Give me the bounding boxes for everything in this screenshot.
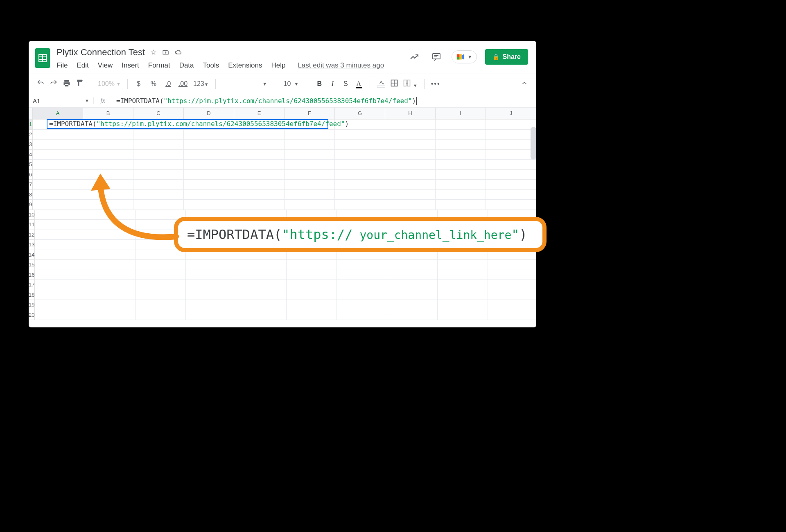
cell[interactable]	[387, 260, 438, 270]
cell[interactable]	[486, 190, 536, 200]
col-header-b[interactable]: B	[83, 108, 133, 119]
cell[interactable]	[287, 260, 337, 270]
cell[interactable]	[35, 210, 85, 220]
menu-view[interactable]: View	[98, 61, 113, 70]
col-header-g[interactable]: G	[335, 108, 385, 119]
row-header[interactable]: 10	[29, 210, 35, 220]
cell[interactable]	[186, 310, 236, 320]
row-header[interactable]: 5	[29, 160, 33, 170]
col-header-d[interactable]: D	[184, 108, 234, 119]
vertical-scrollbar[interactable]	[531, 127, 536, 160]
zoom-select[interactable]: 100%▼	[98, 80, 121, 88]
menu-help[interactable]: Help	[271, 61, 285, 70]
cell[interactable]	[488, 270, 536, 280]
merge-cells-button[interactable]: ▼	[403, 79, 417, 89]
cell[interactable]	[236, 290, 287, 300]
comments-icon[interactable]	[429, 50, 443, 64]
menu-edit[interactable]: Edit	[77, 61, 88, 70]
cell[interactable]	[387, 270, 438, 280]
col-header-h[interactable]: H	[385, 108, 436, 119]
cell[interactable]	[184, 160, 234, 170]
row-header[interactable]: 18	[29, 290, 35, 300]
cell[interactable]	[236, 300, 287, 310]
cell[interactable]	[184, 130, 234, 140]
cell[interactable]	[285, 150, 335, 160]
cell[interactable]	[35, 310, 85, 320]
cell[interactable]	[83, 200, 133, 210]
cell[interactable]	[335, 180, 385, 190]
cell[interactable]	[234, 160, 285, 170]
cell[interactable]	[436, 160, 486, 170]
cell[interactable]	[186, 290, 236, 300]
active-cell-a1[interactable]: =IMPORTDATA("https://pim.plytix.com/chan…	[47, 119, 328, 129]
cell[interactable]	[287, 300, 337, 310]
cell[interactable]	[436, 119, 486, 130]
menu-data[interactable]: Data	[179, 61, 194, 70]
cell[interactable]	[136, 260, 186, 270]
cell[interactable]	[488, 290, 536, 300]
cell[interactable]	[35, 280, 85, 290]
paint-format-icon[interactable]	[75, 79, 84, 89]
row-header[interactable]: 15	[29, 260, 35, 270]
cell[interactable]	[136, 280, 186, 290]
cell[interactable]	[83, 190, 133, 200]
cell[interactable]	[486, 200, 536, 210]
col-header-e[interactable]: E	[234, 108, 285, 119]
cell[interactable]	[133, 190, 184, 200]
cell[interactable]	[287, 310, 337, 320]
cell[interactable]	[438, 270, 488, 280]
cell[interactable]	[385, 180, 436, 190]
cell[interactable]	[287, 280, 337, 290]
cell[interactable]	[35, 220, 85, 230]
cell[interactable]	[438, 290, 488, 300]
cell[interactable]	[486, 119, 536, 130]
cell[interactable]	[234, 150, 285, 160]
cell[interactable]	[385, 119, 436, 130]
increase-decimal[interactable]: .00	[178, 80, 187, 88]
cell[interactable]	[236, 280, 287, 290]
cell[interactable]	[438, 260, 488, 270]
cell[interactable]	[33, 170, 83, 180]
col-header-a[interactable]: A	[33, 108, 83, 119]
cell[interactable]	[385, 190, 436, 200]
cell[interactable]	[335, 200, 385, 210]
font-select[interactable]: ▼	[222, 81, 267, 87]
cell[interactable]	[335, 150, 385, 160]
cell[interactable]	[486, 170, 536, 180]
cell[interactable]	[337, 290, 387, 300]
cell[interactable]	[488, 260, 536, 270]
redo-icon[interactable]	[49, 79, 58, 89]
cell[interactable]	[133, 130, 184, 140]
cell[interactable]	[234, 130, 285, 140]
cell[interactable]	[33, 190, 83, 200]
row-header[interactable]: 11	[29, 220, 35, 230]
cell[interactable]	[35, 230, 85, 240]
move-icon[interactable]	[162, 49, 169, 56]
cell[interactable]	[285, 170, 335, 180]
doc-title[interactable]: Plytix Connection Test	[56, 47, 145, 58]
row-header[interactable]: 19	[29, 300, 35, 310]
spreadsheet-grid[interactable]: A B C D E F G H I J 12345678910111213141…	[29, 108, 536, 325]
menu-format[interactable]: Format	[148, 61, 170, 70]
cell[interactable]	[186, 280, 236, 290]
meet-button[interactable]: ▼	[452, 50, 477, 63]
bold-button[interactable]: B	[315, 80, 324, 88]
cell[interactable]	[85, 270, 136, 280]
cell[interactable]	[184, 150, 234, 160]
cell[interactable]	[85, 280, 136, 290]
text-color-button[interactable]: A	[354, 80, 363, 88]
name-box[interactable]: A1 ▼	[29, 97, 94, 104]
cell[interactable]	[136, 310, 186, 320]
cell[interactable]	[337, 310, 387, 320]
cell[interactable]	[33, 200, 83, 210]
cell[interactable]	[35, 240, 85, 250]
menu-insert[interactable]: Insert	[122, 61, 139, 70]
cell[interactable]	[133, 170, 184, 180]
cell[interactable]	[133, 150, 184, 160]
cell[interactable]	[85, 250, 136, 260]
row-header[interactable]: 17	[29, 280, 35, 290]
cell[interactable]	[234, 140, 285, 150]
cell[interactable]	[234, 190, 285, 200]
cell[interactable]	[184, 170, 234, 180]
cell[interactable]	[436, 200, 486, 210]
